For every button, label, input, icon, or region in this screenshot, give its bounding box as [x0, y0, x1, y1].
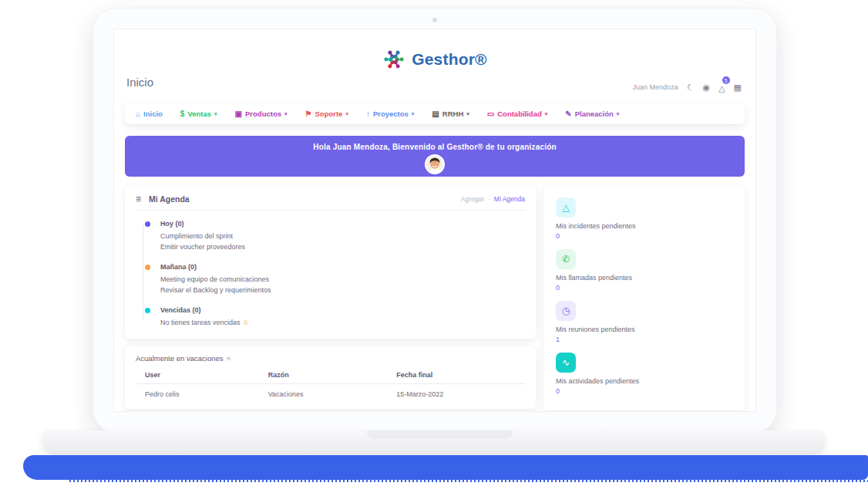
user-area: Juan Mendoza ☾ ◉ △ 5 ▦: [633, 80, 742, 94]
stat-llamadas[interactable]: ✆ Mis llamadas pendientes 0: [556, 249, 732, 292]
camera-dot-icon: [432, 18, 437, 22]
table-header-row: User Razón Fecha final: [136, 367, 525, 384]
app-header: Gesthor® Inicio Juan Mendoza ☾ ◉ △ 5 ▦: [114, 29, 755, 100]
nav-item-productos[interactable]: ▣ Productos ▾: [235, 110, 288, 118]
nav-item-inicio[interactable]: ⌂ Inicio: [136, 110, 163, 118]
cell-user: Pedro celis: [136, 383, 268, 403]
nav-label: Contabilidad: [497, 110, 542, 118]
package-icon: ▣: [235, 110, 242, 118]
nav-item-contabilidad[interactable]: ▭ Contabilidad ▾: [487, 110, 548, 118]
welcome-message: Hola Juan Mendoza, Bienvenido al Gesthor…: [125, 136, 745, 151]
sun-icon: ☀: [225, 355, 231, 363]
stat-actividades[interactable]: ∿ Mis actividades pendientes 0: [556, 353, 732, 395]
agenda-task[interactable]: Emitir voucher proveedores: [160, 241, 525, 252]
stat-label: Mis llamadas pendientes: [556, 274, 732, 282]
right-column: △ Mis incidentes pendientes 0 ✆ Mis llam…: [543, 187, 745, 410]
agenda-actions: Agregar · Mi Agenda: [461, 195, 525, 203]
alert-triangle-icon: △: [556, 197, 576, 218]
agenda-add-button[interactable]: Agregar: [461, 195, 484, 203]
agenda-timeline: Hoy (0) Cumplimiento del sprint Emitir v…: [136, 211, 525, 328]
activity-pulse-icon: ∿: [556, 353, 576, 373]
timeline-dot: [145, 308, 150, 313]
nav-label: RRHH: [442, 110, 463, 118]
list-menu-icon[interactable]: ≡: [136, 194, 141, 204]
agenda-title: Mi Agenda: [149, 194, 190, 204]
agenda-card: ≡ Mi Agenda Agregar · Mi Agenda Hoy (0): [125, 187, 536, 339]
clock-icon: ◷: [556, 301, 576, 321]
column-header-razon: Razón: [268, 367, 397, 384]
stat-reuniones[interactable]: ◷ Mis reuniones pendientes 1: [556, 301, 732, 343]
chevron-down-icon: ▾: [284, 111, 288, 117]
table-row[interactable]: Pedro celis Vacaciones 15-Marzo-2022: [136, 383, 525, 403]
calendar-icon[interactable]: ▦: [734, 83, 742, 92]
cell-fecha: 15-Marzo-2022: [396, 383, 525, 403]
archive-icon: ▤: [432, 110, 439, 118]
page-title: Inicio: [126, 76, 153, 89]
nav-item-planeacion[interactable]: ✎ Planeación ▾: [565, 110, 619, 118]
arrow-up-icon: ↑: [366, 110, 370, 118]
column-header-fecha: Fecha final: [396, 367, 525, 384]
vacations-table: User Razón Fecha final Pedro celis Vacac…: [136, 367, 525, 403]
avatar-face: [426, 156, 443, 173]
agenda-empty-message: No tienes tareas vencidas ☺: [160, 317, 525, 328]
nav-item-rrhh[interactable]: ▤ RRHH ▾: [432, 110, 469, 118]
hinge-notch: [366, 430, 513, 439]
agenda-group-label: Mañana (0): [160, 263, 525, 271]
agenda-task[interactable]: Cumplimiento del sprint: [160, 231, 525, 241]
agenda-group-manana: Mañana (0) Meeting equipo de comunicacio…: [140, 263, 525, 296]
stat-value: 0: [556, 232, 732, 240]
agenda-group-label: Hoy (0): [160, 220, 525, 228]
credit-card-icon: ▭: [487, 110, 494, 118]
dark-mode-moon-icon[interactable]: ☾: [687, 83, 695, 92]
nav-item-proyectos[interactable]: ↑ Proyectos ▾: [366, 110, 414, 118]
main-nav: ⌂ Inicio $ Ventas ▾ ▣ Productos ▾ ⚑ Sopo…: [125, 103, 745, 124]
nav-item-ventas[interactable]: $ Ventas ▾: [180, 110, 217, 118]
nav-label: Proyectos: [373, 110, 409, 118]
nav-item-soporte[interactable]: ⚑ Soporte ▾: [305, 110, 348, 118]
vacations-card: Acualmente en vacaciones ☀ User Razón Fe…: [125, 346, 536, 409]
agenda-link[interactable]: Mi Agenda: [494, 195, 525, 203]
stat-incidentes[interactable]: △ Mis incidentes pendientes 0: [556, 197, 732, 240]
notifications-button[interactable]: △ 5: [718, 80, 725, 94]
welcome-banner: Hola Juan Mendoza, Bienvenido al Gesthor…: [125, 136, 745, 177]
stat-label: Mis actividades pendientes: [556, 377, 732, 385]
nav-label: Planeación: [575, 110, 614, 118]
chevron-down-icon: ▾: [466, 111, 469, 117]
stat-value: 0: [556, 387, 732, 395]
agenda-task[interactable]: Meeting equipo de comunicaciones: [160, 274, 525, 285]
smiley-emoji-icon: ☺: [242, 319, 249, 326]
dollar-icon: $: [180, 110, 185, 118]
agenda-header: ≡ Mi Agenda Agregar · Mi Agenda: [136, 194, 525, 211]
actions-separator: ·: [488, 195, 490, 203]
flag-icon: ⚑: [305, 110, 312, 118]
chevron-down-icon: ▾: [545, 111, 548, 117]
circle-dot-icon[interactable]: ◉: [703, 83, 711, 92]
app-screen: Gesthor® Inicio Juan Mendoza ☾ ◉ △ 5 ▦ ⌂…: [114, 29, 755, 411]
gesthor-logo-icon: [382, 48, 405, 71]
timeline-dot: [145, 221, 150, 227]
nav-label: Productos: [245, 110, 281, 118]
nav-label: Ventas: [187, 110, 211, 118]
laptop-base: [42, 430, 825, 455]
cell-razon: Vacaciones: [268, 383, 397, 403]
timeline-dot: [145, 265, 150, 270]
agenda-task[interactable]: Revisar el Backlog y requerimientos: [160, 285, 525, 295]
laptop-bezel: Gesthor® Inicio Juan Mendoza ☾ ◉ △ 5 ▦ ⌂…: [93, 8, 777, 433]
brand-name: Gesthor®: [412, 50, 487, 69]
decorative-dotted-strip: [69, 480, 868, 482]
vacations-title: Acualmente en vacaciones ☀: [136, 354, 525, 363]
user-name: Juan Mendoza: [633, 83, 678, 91]
left-column: ≡ Mi Agenda Agregar · Mi Agenda Hoy (0): [125, 187, 536, 409]
home-icon: ⌂: [136, 110, 140, 118]
vacations-title-text: Acualmente en vacaciones: [136, 354, 224, 363]
agenda-group-hoy: Hoy (0) Cumplimiento del sprint Emitir v…: [140, 220, 525, 253]
chevron-down-icon: ▾: [214, 111, 217, 117]
notification-badge: 5: [722, 76, 730, 84]
user-avatar[interactable]: [425, 154, 445, 174]
chevron-down-icon: ▾: [345, 111, 348, 117]
edit-icon: ✎: [565, 110, 571, 118]
stat-value: 0: [556, 284, 732, 292]
column-header-user: User: [136, 367, 268, 384]
nav-label: Inicio: [143, 110, 163, 118]
stat-label: Mis incidentes pendientes: [556, 222, 732, 230]
